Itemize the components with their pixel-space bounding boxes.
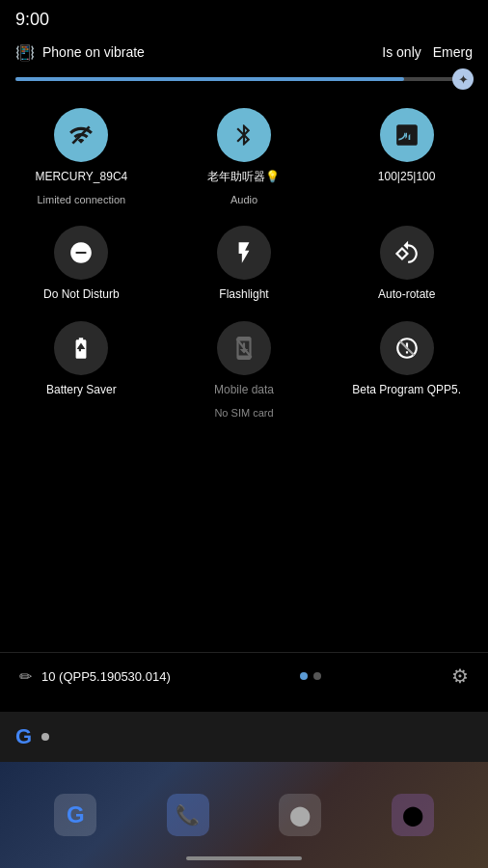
autorotate-icon xyxy=(394,240,420,265)
page-dots[interactable] xyxy=(300,672,321,680)
dnd-icon xyxy=(68,240,94,265)
nfc-icon-circle xyxy=(380,108,434,162)
bottom-bar: ✏ 10 (QPP5.190530.014) ⚙ xyxy=(0,652,488,699)
circle-dock-icon: ⬤ xyxy=(289,803,311,827)
app-dock-icon: ⬤ xyxy=(402,803,423,827)
autorotate-label: Auto-rotate xyxy=(378,287,435,303)
home-indicator xyxy=(186,856,302,860)
google-dock-icon: G xyxy=(67,801,85,828)
bluetooth-sublabel: Audio xyxy=(230,193,258,206)
google-mic-dot xyxy=(41,733,49,741)
notif-bar: 📳 Phone on vibrate Is only Emerg xyxy=(0,35,488,69)
autorotate-icon-circle xyxy=(380,226,434,280)
notif-right: Is only Emerg xyxy=(382,44,473,60)
dot-2 xyxy=(313,672,321,680)
qs-tile-autorotate[interactable]: Auto-rotate xyxy=(325,214,488,311)
dock-icon-4[interactable]: ⬤ xyxy=(392,794,434,836)
bottom-bar-left: ✏ 10 (QPP5.190530.014) xyxy=(19,667,171,686)
bluetooth-icon xyxy=(231,122,257,148)
nfc-icon xyxy=(394,122,420,148)
flashlight-label: Flashlight xyxy=(219,287,268,303)
brightness-container: ✦ xyxy=(0,69,488,89)
wifi-icon-circle xyxy=(54,108,108,162)
beta-icon xyxy=(394,336,420,361)
dock-icon-3[interactable]: ⬤ xyxy=(279,794,321,836)
emergency-text[interactable]: Emerg xyxy=(433,44,473,60)
qs-tile-dnd[interactable]: Do Not Disturb xyxy=(0,214,163,311)
mobiledata-icon-circle xyxy=(217,321,271,375)
wifi-label: MERCURY_89C4 xyxy=(35,170,127,185)
mobiledata-sublabel: No SIM card xyxy=(214,406,273,420)
notif-left: 📳 Phone on vibrate xyxy=(15,43,145,62)
brightness-icon: ✦ xyxy=(458,72,469,87)
batterysaver-icon xyxy=(68,336,94,361)
wallpaper-area: G 📞 ⬤ ⬤ xyxy=(0,762,488,868)
google-g-logo: G xyxy=(15,724,32,749)
brightness-slider[interactable]: ✦ xyxy=(15,77,473,81)
qs-tile-nfc[interactable]: 100|25|100 xyxy=(325,96,488,214)
brightness-fill xyxy=(15,77,404,81)
mobiledata-label: Mobile data xyxy=(214,383,274,398)
qs-tile-flashlight[interactable]: Flashlight xyxy=(163,214,326,311)
beta-icon-circle xyxy=(380,321,434,375)
batterysaver-label: Battery Saver xyxy=(46,383,117,398)
bluetooth-label: 老年助听器💡 xyxy=(207,170,280,185)
qs-tile-mobiledata[interactable]: Mobile data No SIM card xyxy=(163,310,326,427)
wifi-icon xyxy=(68,122,94,148)
qs-tile-wifi[interactable]: MERCURY_89C4 Limited connection xyxy=(0,96,163,214)
dock-icon-1[interactable]: G xyxy=(54,794,96,836)
qs-tile-beta[interactable]: Beta Program QPP5. xyxy=(325,310,488,427)
edit-icon[interactable]: ✏ xyxy=(19,667,32,686)
version-label: 10 (QPP5.190530.014) xyxy=(41,669,171,684)
dot-1 xyxy=(300,672,308,680)
status-time: 9:00 xyxy=(15,10,49,30)
dnd-label: Do Not Disturb xyxy=(43,287,120,303)
qs-tile-batterysaver[interactable]: Battery Saver xyxy=(0,310,163,427)
google-search-bar[interactable]: G xyxy=(0,712,488,762)
phone-dock-icon: 📞 xyxy=(176,803,200,827)
brightness-thumb: ✦ xyxy=(452,68,474,90)
bluetooth-icon-circle xyxy=(217,108,271,162)
quick-settings-grid: MERCURY_89C4 Limited connection 老年助听器💡 A… xyxy=(0,89,488,435)
wifi-sublabel: Limited connection xyxy=(37,193,125,206)
mobiledata-icon xyxy=(231,336,257,361)
dnd-icon-circle xyxy=(54,226,108,280)
svg-line-1 xyxy=(236,339,251,359)
status-bar: 9:00 xyxy=(0,0,488,35)
batterysaver-icon-circle xyxy=(54,321,108,375)
settings-icon[interactable]: ⚙ xyxy=(451,665,469,688)
dock-icon-2[interactable]: 📞 xyxy=(167,794,209,836)
flashlight-icon xyxy=(231,240,257,265)
is-only-text: Is only xyxy=(382,44,420,60)
qs-tile-bluetooth[interactable]: 老年助听器💡 Audio xyxy=(163,96,326,214)
vibrate-icon: 📳 xyxy=(15,43,35,62)
vibrate-label: Phone on vibrate xyxy=(42,44,145,60)
beta-label: Beta Program QPP5. xyxy=(352,383,461,398)
flashlight-icon-circle xyxy=(217,226,271,280)
nfc-label: 100|25|100 xyxy=(378,170,436,185)
